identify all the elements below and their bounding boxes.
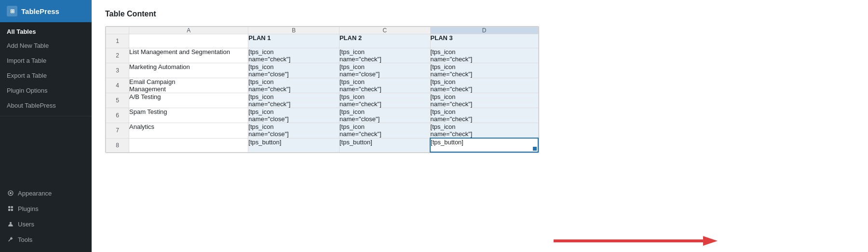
cell-3d[interactable]: [tps_iconname="check"] (430, 63, 538, 78)
sidebar-item-appearance[interactable]: Appearance (0, 185, 92, 201)
plugins-icon (7, 205, 14, 212)
users-icon (7, 220, 14, 228)
tools-label: Tools (18, 236, 32, 243)
svg-point-0 (10, 192, 12, 194)
cell-1c[interactable]: PLAN 2 (339, 34, 430, 48)
col-header-rownum (106, 27, 129, 34)
cell-8c[interactable]: [tps_button] (339, 138, 430, 152)
add-new-table-label: Add New Table (7, 42, 49, 49)
import-table-label: Import a Table (7, 57, 46, 64)
cell-6b[interactable]: [tps_iconname="close"] (248, 108, 339, 123)
section-title: Table Content (105, 10, 854, 18)
cell-4a[interactable]: Email CampaignManagement (129, 78, 248, 93)
cell-4c[interactable]: [tps_iconname="check"] (339, 78, 430, 93)
table-row: 2 List Management and Segmentation [tps_… (106, 48, 539, 63)
cell-1a[interactable] (129, 34, 248, 48)
red-arrow-svg (554, 234, 718, 248)
table-row: 1 PLAN 1 PLAN 2 PLAN 3 (106, 34, 539, 48)
row-num-8: 8 (106, 138, 129, 152)
cell-5b[interactable]: [tps_iconname="check"] (248, 93, 339, 108)
cell-1d[interactable]: PLAN 3 (430, 34, 538, 48)
cell-7a[interactable]: Analytics (129, 123, 248, 139)
sidebar-item-export-table[interactable]: Export a Table (0, 68, 92, 83)
cell-5d[interactable]: [tps_iconname="check"] (430, 93, 538, 108)
svg-rect-3 (8, 209, 10, 211)
plugins-label: Plugins (18, 205, 39, 212)
cell-4d[interactable]: [tps_iconname="check"] (430, 78, 538, 93)
cell-5c[interactable]: [tps_iconname="check"] (339, 93, 430, 108)
svg-rect-4 (11, 209, 13, 211)
row-num-3: 3 (106, 63, 129, 78)
table-row: 4 Email CampaignManagement [tps_iconname… (106, 78, 539, 93)
col-header-b: B (248, 27, 339, 34)
col-header-d: D (430, 27, 538, 34)
svg-marker-7 (703, 236, 718, 246)
row-num-7: 7 (106, 123, 129, 139)
row-num-6: 6 (106, 108, 129, 123)
sidebar-logo-label: TablePress (21, 7, 59, 15)
cell-3a[interactable]: Marketing Automation (129, 63, 248, 78)
plugin-options-label: Plugin Options (7, 87, 48, 94)
sidebar-item-tools[interactable]: Tools (0, 232, 92, 247)
svg-point-5 (10, 222, 12, 224)
cell-6d[interactable]: [tps_iconname="check"] (430, 108, 538, 123)
sidebar-item-plugins[interactable]: Plugins (0, 201, 92, 216)
cell-6a[interactable]: Spam Testing (129, 108, 248, 123)
row-num-5: 5 (106, 93, 129, 108)
col-header-row: A B C D (106, 27, 539, 34)
sidebar: ⊞ TablePress All Tables Add New Table Im… (0, 0, 92, 252)
sidebar-bottom: Appearance Plugins Users Tools (0, 185, 92, 252)
cell-7b[interactable]: [tps_iconname="close"] (248, 123, 339, 139)
cell-8a[interactable] (129, 138, 248, 152)
main-content: Table Content A B C D 1 (92, 0, 868, 252)
cell-5a[interactable]: A/B Testing (129, 93, 248, 108)
appearance-label: Appearance (18, 190, 52, 197)
tools-icon (7, 236, 14, 243)
spreadsheet-table: A B C D 1 PLAN 1 PLAN 2 PLAN 3 (106, 27, 539, 153)
export-table-label: Export a Table (7, 72, 47, 79)
cell-7c[interactable]: [tps_iconname="check"] (339, 123, 430, 139)
row-num-2: 2 (106, 48, 129, 63)
arrow-indicator (554, 234, 718, 248)
row-num-4: 4 (106, 78, 129, 93)
cell-3b[interactable]: [tps_iconname="close"] (248, 63, 339, 78)
cell-2a[interactable]: List Management and Segmentation (129, 48, 248, 63)
col-header-c: C (339, 27, 430, 34)
sidebar-item-users[interactable]: Users (0, 216, 92, 232)
sidebar-item-import-table[interactable]: Import a Table (0, 53, 92, 68)
cell-8b[interactable]: [tps_button] (248, 138, 339, 152)
table-row: 6 Spam Testing [tps_iconname="close"] [t… (106, 108, 539, 123)
cell-2d[interactable]: [tps_iconname="check"] (430, 48, 538, 63)
cell-7d[interactable]: [tps_iconname="check"] (430, 123, 538, 139)
cell-2c[interactable]: [tps_iconname="check"] (339, 48, 430, 63)
table-row: 3 Marketing Automation [tps_iconname="cl… (106, 63, 539, 78)
cell-1b[interactable]: PLAN 1 (248, 34, 339, 48)
table-content-container: A B C D 1 PLAN 1 PLAN 2 PLAN 3 (105, 26, 539, 153)
appearance-icon (7, 189, 14, 197)
sidebar-item-add-new-table[interactable]: Add New Table (0, 38, 92, 53)
row-num-1: 1 (106, 34, 129, 48)
users-label: Users (18, 221, 34, 228)
svg-rect-2 (11, 206, 13, 208)
sidebar-item-plugin-options[interactable]: Plugin Options (0, 83, 92, 98)
about-tablepress-label: About TablePress (7, 102, 56, 109)
sidebar-logo[interactable]: ⊞ TablePress (0, 0, 92, 22)
svg-rect-1 (8, 206, 10, 208)
cell-6c[interactable]: [tps_iconname="close"] (339, 108, 430, 123)
col-header-a: A (129, 27, 248, 34)
cell-2b[interactable]: [tps_iconname="check"] (248, 48, 339, 63)
table-row: 8 [tps_button] [tps_button] [tps_button] (106, 138, 539, 152)
cell-4b[interactable]: [tps_iconname="check"] (248, 78, 339, 93)
sidebar-divider (0, 116, 92, 116)
all-tables-header: All Tables (0, 22, 92, 38)
cell-8d-focused[interactable]: [tps_button] (430, 138, 538, 152)
tablepress-icon: ⊞ (7, 6, 17, 16)
table-row: 5 A/B Testing [tps_iconname="check"] [tp… (106, 93, 539, 108)
cell-3c[interactable]: [tps_iconname="close"] (339, 63, 430, 78)
table-row: 7 Analytics [tps_iconname="close"] [tps_… (106, 123, 539, 139)
sidebar-item-about-tablepress[interactable]: About TablePress (0, 98, 92, 113)
